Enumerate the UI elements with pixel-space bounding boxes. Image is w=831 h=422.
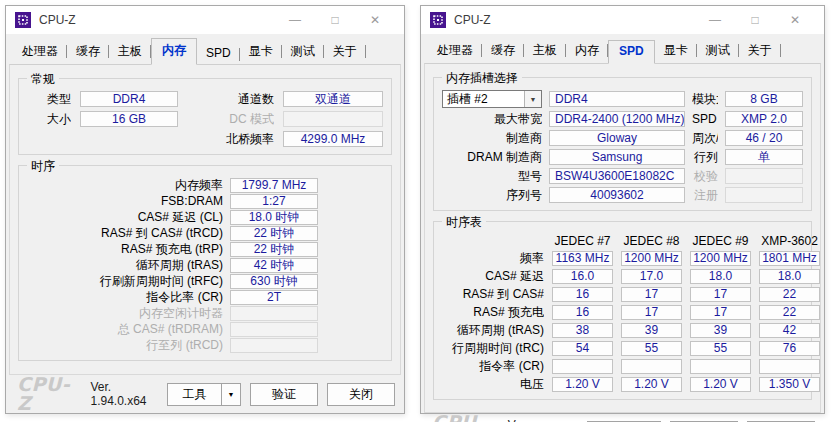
group-label-timings: 时序 [27,158,59,175]
tab-bench[interactable]: 测试 [282,40,324,64]
tab-processor[interactable]: 处理器 [13,40,67,64]
table-cell: 39 [621,323,682,338]
table-cell: 16 [552,305,613,320]
table-cell: 17 [621,287,682,302]
row-label-cr: 指令率 (CR) [442,358,544,374]
close-button[interactable]: 关闭 [327,383,395,406]
timing-row: FSB:DRAM 1:27 [27,194,383,209]
idle-timer-label: 内存空闲计时器 [27,306,223,321]
tab-memory[interactable]: 内存 [151,38,197,65]
close-icon[interactable]: ✕ [355,13,395,27]
tools-dropdown-icon[interactable]: ▼ [221,383,241,406]
fsb-dram-field: 1:27 [230,194,318,209]
memory-type-label: 类型 [27,91,71,107]
timing-row: 循环周期 (tRAS) 42 时钟 [27,258,383,273]
tab-caches[interactable]: 缓存 [67,40,109,64]
cpuz-window-memory: CPU-Z — □ ✕ 处理器 缓存 主板 内存 SPD 显卡 测试 关于 常规… [5,5,405,414]
timing-row: 行刷新周期时间 (tRFC) 630 时钟 [27,274,383,289]
max-bandwidth-field: DDR4-2400 (1200 MHz) [549,111,685,127]
titlebar[interactable]: CPU-Z — □ ✕ [6,6,404,34]
titlebar[interactable]: CPU-Z — □ ✕ [421,6,824,34]
table-row: 频率 1163 MHz 1200 MHz 1200 MHz 1801 MHz [442,250,803,266]
week-year-label: 周次/年份 [692,130,718,146]
correction-field [725,168,803,184]
group-label-slot-selection: 内存插槽选择 [442,70,522,87]
table-cell [690,359,751,374]
row-label-trcd: RAS# 到 CAS# [442,286,544,302]
tab-mainboard[interactable]: 主板 [109,40,151,64]
table-header-row: JEDEC #7 JEDEC #8 JEDEC #9 XMP-3602 [442,234,803,248]
table-cell: 55 [690,341,751,356]
table-cell: 39 [690,323,751,338]
trfc-field: 630 时钟 [230,274,318,289]
minimize-icon[interactable]: — [695,13,735,27]
tab-about[interactable]: 关于 [739,39,781,63]
row-label-trp: RAS# 预充电 [442,304,544,320]
table-row: CAS# 延迟 16.0 17.0 18.0 18.0 [442,268,803,284]
tab-spd[interactable]: SPD [197,43,240,64]
tab-spd[interactable]: SPD [608,40,655,64]
window-title: CPU-Z [39,13,76,27]
slot-selection-group: 内存插槽选择 插槽 #2 ▼ DDR4 模块大小 8 GB 最大带宽 DDR4-… [433,77,812,211]
table-cell: 16 [552,287,613,302]
serial-number-label: 序列号 [442,187,542,203]
close-icon[interactable]: ✕ [775,13,815,27]
tab-graphics[interactable]: 显卡 [240,40,282,64]
table-row: RAS# 到 CAS# 16 17 17 22 [442,286,803,302]
table-cell: 55 [621,341,682,356]
table-cell: 42 [759,323,820,338]
timing-row: CAS# 延迟 (CL) 18.0 时钟 [27,210,383,225]
trcd-field: 22 时钟 [230,226,318,241]
tab-mainboard[interactable]: 主板 [524,39,566,63]
ranks-label: 行列 [692,149,718,165]
tools-button[interactable]: 工具 [167,383,222,406]
maximize-icon[interactable]: □ [315,13,355,27]
cpuz-window-spd: CPU-Z — □ ✕ 处理器 缓存 主板 内存 SPD 显卡 测试 关于 内存… [420,5,825,414]
window-controls: — □ ✕ [275,13,395,27]
dram-frequency-field: 1799.7 MHz [230,178,318,193]
table-cell: 1200 MHz [621,251,682,266]
week-year-field: 46 / 20 [725,130,803,146]
table-cell: 17.0 [621,269,682,284]
memory-size-label: 大小 [27,111,71,127]
row-label-trc: 行周期时间 (tRC) [442,340,544,356]
tab-graphics[interactable]: 显卡 [655,39,697,63]
trp-field: 22 时钟 [230,242,318,257]
table-cell: 1801 MHz [759,251,820,266]
footer-bar: CPU-Z Ver. 1.94.0.x64 工具 ▼ 验证 关闭 [6,375,404,413]
timings-group: 时序 内存频率 1799.7 MHz FSB:DRAM 1:27 CAS# 延迟… [18,165,392,361]
chevron-down-icon[interactable]: ▼ [524,91,541,107]
tab-caches[interactable]: 缓存 [482,39,524,63]
group-label-timings-table: 时序表 [442,214,486,231]
tab-processor[interactable]: 处理器 [428,39,482,63]
timing-row: 行至列 (tRCD) [27,338,383,353]
tab-memory[interactable]: 内存 [566,39,608,63]
tab-about[interactable]: 关于 [324,40,366,64]
channels-label: 通道数 [187,91,274,107]
slot-select-value: 插槽 #2 [443,91,524,107]
table-cell: 17 [690,287,751,302]
maximize-icon[interactable]: □ [735,13,775,27]
nb-frequency-field: 4299.0 MHz [283,131,383,147]
validate-button[interactable]: 验证 [250,383,318,406]
version-text: Ver. 1.94.0.x64 [90,380,167,408]
table-row: 行周期时间 (tRC) 54 55 55 76 [442,340,803,356]
serial-number-field: 40093602 [549,187,685,203]
tras-field: 42 时钟 [230,258,318,273]
timing-row: RAS# 预充电 (tRP) 22 时钟 [27,242,383,257]
tab-bench[interactable]: 测试 [697,39,739,63]
cl-field: 18.0 时钟 [230,210,318,225]
tools-split-button: 工具 ▼ [167,383,241,406]
table-cell: 1163 MHz [552,251,613,266]
footer-buttons: 工具 ▼ 验证 关闭 [167,383,395,406]
channels-field: 双通道 [283,91,383,107]
slot-select[interactable]: 插槽 #2 ▼ [442,90,542,108]
dram-frequency-label: 内存频率 [27,178,223,193]
minimize-icon[interactable]: — [275,13,315,27]
general-row: 北桥频率 4299.0 MHz [27,131,383,147]
slot-row: 型号 BSW4U3600E18082C 校验 [442,168,803,184]
slot-row: 插槽 #2 ▼ DDR4 模块大小 8 GB [442,90,803,108]
footer-bar: CPU-Z Ver. 1.94.0.x64 工具 ▼ 验证 关闭 [421,413,824,422]
slot-row: DRAM 制造商 Samsung 行列 单 [442,149,803,165]
window-title: CPU-Z [454,13,491,27]
